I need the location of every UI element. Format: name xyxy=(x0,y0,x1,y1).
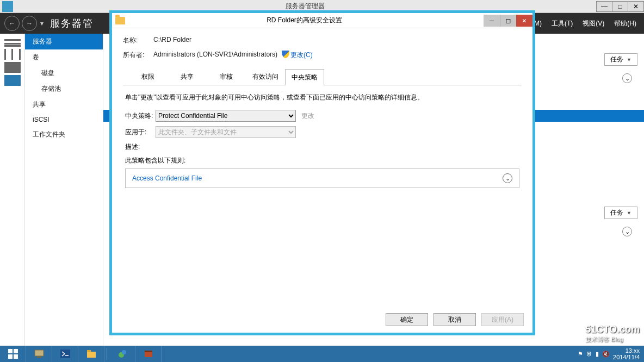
instruction-text: 单击"更改"以查看可应用于此对象的可用中心访问策略，或查看下面已应用的中心访问策… xyxy=(125,93,519,102)
tab-content: 单击"更改"以查看可应用于此对象的可用中心访问策略，或查看下面已应用的中心访问策… xyxy=(123,85,522,307)
nav-forward-button[interactable]: → xyxy=(22,16,37,31)
uac-shield-icon xyxy=(282,51,289,58)
server-manager-icon xyxy=(2,1,13,12)
tray-security-icon[interactable]: ⛨ xyxy=(586,351,592,357)
dialog-titlebar[interactable]: RD Folder的高级安全设置 — □ ✕ xyxy=(112,13,532,28)
tab-sharing[interactable]: 共享 xyxy=(168,68,207,85)
rail-local-server-icon[interactable] xyxy=(4,49,21,60)
tray-network-icon[interactable]: ▮ xyxy=(596,351,599,358)
description-row: 描述: xyxy=(125,142,519,152)
name-label: 名称: xyxy=(123,36,153,45)
tab-permissions[interactable]: 权限 xyxy=(128,68,168,85)
menu-bar: 理(M) 工具(T) 视图(V) 帮助(H) xyxy=(525,19,644,28)
tab-effective-access[interactable]: 有效访问 xyxy=(246,68,285,85)
svg-rect-5 xyxy=(37,357,41,358)
central-policy-change-link[interactable]: 更改 xyxy=(301,111,314,121)
owner-value: Administrators (LON-SVR1\Administrators) xyxy=(153,51,277,60)
applies-to-label: 应用于: xyxy=(125,128,156,137)
nav-dropdown-icon[interactable]: ▾ xyxy=(40,20,44,27)
owner-row: 所有者: Administrators (LON-SVR1\Administra… xyxy=(123,51,522,60)
rail-dashboard-icon[interactable] xyxy=(4,39,21,47)
folder-icon xyxy=(115,17,125,24)
tab-central-policy[interactable]: 中央策略 xyxy=(285,69,324,85)
dialog-minimize-button[interactable]: — xyxy=(484,15,500,27)
sidebar-item-storage-pools[interactable]: 存储池 xyxy=(25,81,103,97)
svg-rect-7 xyxy=(87,352,96,358)
nav-back-button[interactable]: ← xyxy=(4,16,20,31)
applies-to-row: 应用于: 此文件夹、子文件夹和文件 xyxy=(125,126,519,138)
owner-label: 所有者: xyxy=(123,51,153,60)
sidebar: 服务器 卷 磁盘 存储池 共享 iSCSI 工作文件夹 xyxy=(25,34,103,346)
svg-rect-4 xyxy=(35,350,44,356)
dialog-footer: 确定 取消 应用(A) xyxy=(112,309,532,333)
svg-rect-0 xyxy=(8,349,13,353)
outer-maximize-button[interactable]: □ xyxy=(612,1,628,12)
expand-toggle-1[interactable]: ⌄ xyxy=(622,73,632,83)
ok-button[interactable]: 确定 xyxy=(386,313,428,326)
name-value: C:\RD Folder xyxy=(153,36,191,45)
dialog-body: 名称: C:\RD Folder 所有者: Administrators (LO… xyxy=(112,28,532,309)
svg-rect-1 xyxy=(14,349,18,353)
outer-titlebar: 服务器管理器 — □ ✕ xyxy=(0,0,644,13)
tray-sound-icon[interactable]: 🔇 xyxy=(602,351,610,358)
advanced-security-dialog: RD Folder的高级安全设置 — □ ✕ 名称: C:\RD Folder … xyxy=(112,13,533,333)
svg-rect-8 xyxy=(87,350,91,352)
sidebar-item-volumes[interactable]: 卷 xyxy=(25,49,103,65)
tab-strip: 权限 共享 审核 有效访问 中央策略 xyxy=(123,68,522,85)
sidebar-item-iscsi[interactable]: iSCSI xyxy=(25,113,103,127)
rule-item[interactable]: Access Confidential File ⌄ xyxy=(126,169,519,188)
dialog-window-controls: — □ ✕ xyxy=(484,15,532,27)
sidebar-item-disks[interactable]: 磁盘 xyxy=(25,65,103,81)
taskbar-clock[interactable]: 13:xx 2014/11/4 xyxy=(613,347,640,360)
menu-tools[interactable]: 工具(T) xyxy=(552,19,573,28)
system-tray: ⚑ ⛨ ▮ 🔇 13:xx 2014/11/4 xyxy=(578,347,644,360)
dialog-maximize-button[interactable]: □ xyxy=(500,15,516,27)
rail: ▸ xyxy=(0,34,25,346)
sidebar-item-servers[interactable]: 服务器 xyxy=(25,34,103,49)
owner-change-link[interactable]: 更改(C) xyxy=(282,51,313,60)
tasks-dropdown-1[interactable]: 任务 xyxy=(604,53,637,66)
tray-flag-icon[interactable]: ⚑ xyxy=(578,351,583,358)
svg-rect-3 xyxy=(14,354,18,359)
central-policy-label: 中央策略: xyxy=(125,111,156,121)
dialog-close-button[interactable]: ✕ xyxy=(516,15,532,27)
sidebar-item-shares[interactable]: 共享 xyxy=(25,97,103,113)
svg-rect-12 xyxy=(145,351,152,352)
outer-window-controls: — □ ✕ xyxy=(597,1,644,12)
rule-expand-icon[interactable]: ⌄ xyxy=(503,173,512,183)
cancel-button[interactable]: 取消 xyxy=(434,313,476,326)
outer-title: 服务器管理器 xyxy=(13,2,597,11)
central-policy-row: 中央策略: Protect Confidential File 更改 xyxy=(125,110,519,122)
menu-help[interactable]: 帮助(H) xyxy=(614,19,636,28)
name-row: 名称: C:\RD Folder xyxy=(123,36,522,45)
applies-to-select: 此文件夹、子文件夹和文件 xyxy=(156,126,296,138)
svg-point-10 xyxy=(122,350,126,354)
central-policy-select[interactable]: Protect Confidential File xyxy=(156,110,296,122)
taskbar-app-1[interactable] xyxy=(109,346,135,362)
start-button[interactable] xyxy=(0,346,26,362)
taskbar: ⚑ ⛨ ▮ 🔇 13:xx 2014/11/4 xyxy=(0,346,644,362)
menu-view[interactable]: 视图(V) xyxy=(583,19,604,28)
apply-button[interactable]: 应用(A) xyxy=(481,313,524,326)
svg-rect-11 xyxy=(145,352,152,357)
dialog-title: RD Folder的高级安全设置 xyxy=(125,16,484,25)
taskbar-explorer[interactable] xyxy=(78,346,104,362)
breadcrumb: 服务器管 xyxy=(50,17,94,30)
taskbar-separator xyxy=(107,348,107,360)
taskbar-powershell[interactable] xyxy=(52,346,78,362)
description-label: 描述: xyxy=(125,142,156,152)
expand-toggle-2[interactable]: ⌄ xyxy=(622,227,632,236)
sidebar-item-work-folders[interactable]: 工作文件夹 xyxy=(25,127,103,142)
taskbar-server-manager[interactable] xyxy=(26,346,52,362)
rule-name: Access Confidential File xyxy=(132,174,202,182)
taskbar-app-2[interactable] xyxy=(135,346,162,362)
tasks-dropdown-2[interactable]: 任务 xyxy=(604,207,637,219)
rule-list: Access Confidential File ⌄ xyxy=(125,168,519,188)
rail-file-services-icon[interactable]: ▸ xyxy=(4,75,21,86)
outer-minimize-button[interactable]: — xyxy=(596,1,612,12)
svg-rect-2 xyxy=(8,354,13,359)
tab-auditing[interactable]: 审核 xyxy=(207,68,246,85)
outer-close-button[interactable]: ✕ xyxy=(628,1,644,12)
rules-header: 此策略包含以下规则: xyxy=(125,156,519,165)
rail-all-servers-icon[interactable] xyxy=(4,62,21,73)
